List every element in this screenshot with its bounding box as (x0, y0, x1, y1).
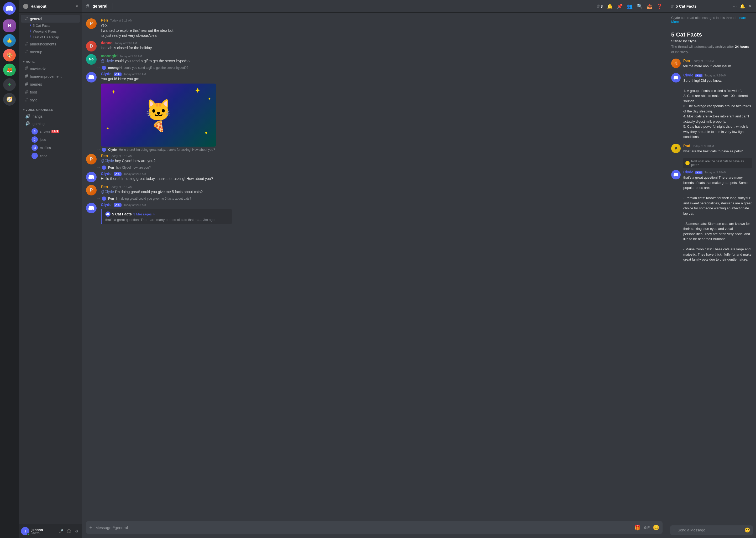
main-content: # general # 3 🔔 📌 👥 🔍 📥 ❓ P Pen Today at… (82, 0, 667, 538)
server-name-header[interactable]: Hangout ▾ (19, 0, 82, 13)
channel-item-meetup[interactable]: # meetup (21, 48, 80, 56)
channel-item-announcements[interactable]: # announcements (21, 40, 80, 48)
thread-message-clyde-breeds: Clyde ✓ AI Today at 9:18AM that's a grea… (671, 170, 752, 262)
emoji-button[interactable]: 😊 (653, 521, 659, 534)
reply-text-moongirl: could you send a gif to get the server h… (124, 66, 188, 70)
reply-context-clyde-2: ↩ Pen hey Clyde! how are you? (82, 166, 667, 170)
channel-item-general[interactable]: # general (21, 15, 80, 23)
thread-msg-text-pod: what are the best cats to have as pets? (683, 149, 752, 154)
add-server-button[interactable]: + (3, 78, 16, 91)
message-input-field[interactable] (96, 522, 631, 533)
more-category-header[interactable]: ▾ MORE (19, 56, 82, 64)
reply-avatar-pen-4 (102, 196, 106, 201)
add-attachment-button[interactable]: + (89, 521, 92, 534)
server-icon-1[interactable]: 🌟 (3, 34, 16, 47)
pin-icon[interactable]: 📌 (617, 3, 623, 9)
voice-user-fiona[interactable]: F fiona (21, 152, 80, 160)
hangout-server-icon[interactable]: H (3, 20, 16, 32)
current-username: johnnn (31, 528, 56, 532)
channel-item-home-improvement[interactable]: # home-improvement (21, 73, 80, 80)
reply-avatar-moongirl (102, 66, 106, 70)
thread-item-weekend-plans[interactable]: ┗ Weekend Plans (21, 28, 80, 34)
message-content-moongirl: moongirl Today at 9:18 AM @Clyde could y… (101, 54, 663, 65)
more-category-label: MORE (26, 60, 35, 63)
thread-msg-content-clyde-breeds: Clyde ✓ AI Today at 9:18AM that's a grea… (683, 170, 752, 262)
user-avatar-shawn: S (31, 128, 38, 134)
voice-username-jesu: jesu (40, 138, 46, 141)
message-header-clyde-gif: Clyde ✓ AI Today at 9:18 AM (101, 72, 663, 76)
threads-icon[interactable]: # 3 (597, 4, 603, 9)
cat-gif-image: ✦ ✦ ✦ ✦ ✦ 🐱 🍕 (101, 83, 216, 146)
sparkle-4: ✦ (208, 97, 211, 101)
gift-button[interactable]: 🎁 (634, 521, 641, 534)
thread-emoji-button[interactable]: 😊 (744, 527, 750, 533)
thread-message-input[interactable] (678, 525, 742, 535)
voice-user-shawn[interactable]: S shawn LIVE (21, 128, 80, 135)
thread-reply-context: Pod what are the best cats to have as pe… (671, 158, 752, 168)
header-divider (113, 3, 113, 10)
message-timestamp-danno: Today at 9:18 AM (115, 41, 137, 45)
thread-item-cat-facts[interactable]: ┗ 5 Cat Facts (21, 23, 80, 28)
archive-suffix: of inactivity. (671, 50, 689, 54)
server-icon-3[interactable]: 🦊 (3, 64, 16, 76)
arrow-icon: ▾ (23, 60, 25, 63)
help-icon[interactable]: ❓ (657, 3, 663, 9)
thread-header-actions: ⋯ 🔔 ✕ (732, 4, 752, 9)
explore-button[interactable]: 🧭 (3, 93, 16, 106)
thread-started-user: Clyde (688, 39, 696, 43)
thread-name-last-of-us: Last of Us Recap (33, 35, 59, 39)
voice-user-jesu[interactable]: J jesu (21, 135, 80, 143)
voice-user-muffins[interactable]: M muffins (21, 144, 80, 152)
thread-close-icon[interactable]: ✕ (748, 4, 752, 9)
message-text-moongirl: @Clyde could you send a gif to get the s… (101, 59, 663, 64)
voice-category-header[interactable]: ▾ VOICE CHANNELS (19, 104, 82, 112)
hash-icon: # (25, 49, 28, 55)
channel-item-memes[interactable]: # memes (21, 81, 80, 88)
voice-channel-gaming[interactable]: 🔊 gaming (21, 120, 80, 127)
user-avatar-fiona: F (31, 153, 38, 159)
thread-msg-header-clyde-breeds: Clyde ✓ AI Today at 9:18AM (683, 170, 752, 174)
thread-msg-header-pod: Pod Today at 9:18AM (683, 144, 752, 148)
settings-button[interactable]: ⚙ (73, 528, 80, 534)
thread-banner-text: Clyde can read all messages in this thre… (671, 16, 736, 20)
inbox-icon[interactable]: 📥 (647, 3, 653, 9)
avatar-pen-2: P (86, 154, 97, 164)
thread-preview-messages[interactable]: 3 Messages > (133, 212, 155, 216)
thread-msg-time-clyde: Today at 9:18AM (705, 74, 726, 77)
deafen-button[interactable]: 🎧 (66, 528, 72, 534)
channel-name-food: food (30, 90, 37, 94)
thread-item-last-of-us[interactable]: ┗ Last of Us Recap (21, 34, 80, 40)
thread-more-icon[interactable]: ⋯ (732, 4, 737, 9)
message-content-clyde-thread: Clyde ✓ AI Today at 9:18 AM 5 Cat Facts … (101, 202, 663, 224)
message-text-1: yep. (101, 23, 663, 28)
thread-title-heading: 5 Cat Facts (671, 31, 752, 38)
hash-icon: # (25, 16, 28, 22)
thread-message-pen: 🍕 Pen Today at 9:18AM tell me more about… (671, 59, 752, 69)
thread-input-area: + 😊 (667, 525, 756, 538)
thread-preview-header: 5 Cat Facts 3 Messages > (105, 211, 228, 217)
message-author-danno: danno (101, 40, 113, 45)
user-controls: 🎤 🎧 ⚙ (58, 528, 80, 534)
message-content-danno: danno Today at 9:18 AM iconlab is closed… (101, 40, 663, 51)
channel-item-food[interactable]: # food (21, 88, 80, 96)
mute-button[interactable]: 🎤 (58, 528, 64, 534)
voice-channel-hangs[interactable]: 🔊 hangs (21, 113, 80, 120)
search-icon[interactable]: 🔍 (637, 3, 642, 9)
reply-avatar-pen-3 (102, 166, 106, 170)
discord-home-button[interactable] (3, 2, 16, 15)
server-icon-2[interactable]: 🎨 (3, 49, 16, 62)
volume-icon: 🔊 (25, 114, 30, 119)
avatar-pen: P (86, 19, 97, 29)
channel-name-home: home-improvement (30, 74, 62, 79)
thread-preview-cat-facts[interactable]: 5 Cat Facts 3 Messages > that's a great … (101, 209, 232, 224)
message-author-clyde-gif: Clyde (101, 72, 112, 76)
voice-channel-name-hangs: hangs (32, 114, 42, 119)
gif-button[interactable]: GIF (644, 522, 650, 533)
channel-item-style[interactable]: # style (21, 96, 80, 104)
thread-notification-icon[interactable]: 🔔 (740, 4, 745, 9)
notification-bell-icon[interactable]: 🔔 (607, 3, 613, 9)
channel-item-movies-tv[interactable]: # movies-tv (21, 65, 80, 72)
thread-add-button[interactable]: + (673, 527, 676, 533)
ai-badge-3: ✓ AI (114, 203, 121, 207)
members-icon[interactable]: 👥 (627, 3, 633, 9)
